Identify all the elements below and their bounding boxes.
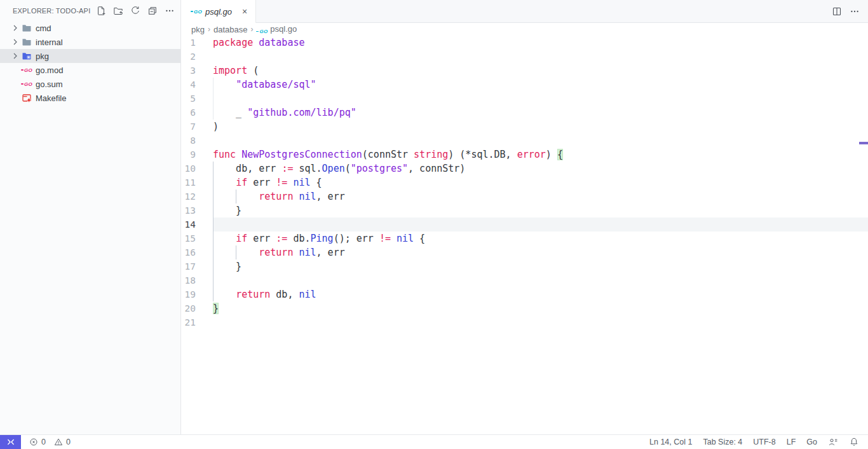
line-number[interactable]: 8: [181, 134, 213, 148]
code-line-10[interactable]: 10 db, err := sql.Open("postgres", connS…: [181, 162, 868, 176]
code-line-5[interactable]: 5: [181, 92, 868, 106]
code-line-14[interactable]: 14: [181, 218, 868, 231]
file-tree: cmdinternalpkgGOgo.modGOgo.sumMakefile: [0, 21, 180, 105]
feedback-icon[interactable]: [828, 437, 838, 447]
indent-guide: [236, 190, 236, 204]
eol-setting[interactable]: LF: [787, 438, 796, 446]
encoding[interactable]: UTF-8: [753, 438, 775, 446]
tree-item-makefile[interactable]: Makefile: [0, 91, 180, 105]
line-number[interactable]: 9: [181, 148, 213, 162]
line-number[interactable]: 18: [181, 273, 213, 287]
code-line-7[interactable]: 7): [181, 120, 868, 134]
code-line-8[interactable]: 8: [181, 134, 868, 148]
split-editor-icon[interactable]: [831, 6, 843, 17]
code-line-6[interactable]: 6 _ "github.com/lib/pq": [181, 106, 868, 120]
code-token: func: [213, 149, 236, 160]
code-line-3[interactable]: 3import (: [181, 64, 868, 78]
code-line-13[interactable]: 13 }: [181, 204, 868, 218]
code-token: return: [236, 289, 270, 300]
line-number[interactable]: 2: [181, 50, 213, 64]
line-number[interactable]: 21: [181, 315, 213, 329]
indent-guide: [213, 218, 214, 231]
language-mode[interactable]: Go: [806, 438, 817, 446]
line-number[interactable]: 4: [181, 78, 213, 92]
code-line-21[interactable]: 21: [181, 315, 868, 329]
line-number[interactable]: 14: [181, 218, 213, 231]
chevron-right-icon: [10, 37, 20, 47]
code-token: [391, 233, 397, 244]
cursor-position[interactable]: Ln 14, Col 1: [649, 438, 692, 446]
code-line-4[interactable]: 4 "database/sql": [181, 78, 868, 92]
code-editor[interactable]: 1package database23import (4 "database/s…: [181, 36, 868, 434]
line-number[interactable]: 17: [181, 259, 213, 273]
indent-guide: [213, 231, 214, 245]
line-number[interactable]: 7: [181, 120, 213, 134]
tab-psql-go[interactable]: GO psql.go ×: [181, 0, 256, 23]
code-line-content: [213, 273, 868, 287]
code-token: !=: [276, 177, 287, 188]
line-number[interactable]: 13: [181, 204, 213, 218]
tree-item-pkg[interactable]: pkg: [0, 49, 180, 63]
line-number[interactable]: 15: [181, 231, 213, 245]
code-line-17[interactable]: 17 }: [181, 259, 868, 273]
more-actions-icon[interactable]: [849, 6, 860, 17]
code-line-content: [213, 92, 868, 106]
code-token: nil: [299, 289, 316, 300]
line-number[interactable]: 20: [181, 301, 213, 315]
tab-bar: GO psql.go ×: [181, 0, 868, 23]
indent-setting[interactable]: Tab Size: 4: [703, 438, 742, 446]
explorer-actions: [95, 5, 175, 17]
line-number[interactable]: 1: [181, 36, 213, 50]
code-line-15[interactable]: 15 if err := db.Ping(); err != nil {: [181, 231, 868, 245]
code-line-16[interactable]: 16 return nil, err: [181, 245, 868, 259]
code-token: sql.: [293, 163, 322, 174]
breadcrumb-item-database[interactable]: database: [214, 25, 248, 34]
code-line-content: [213, 50, 868, 64]
folder-pkg-icon: [22, 51, 32, 61]
breadcrumb-item-psql-go[interactable]: GOpsql.go: [256, 24, 297, 34]
line-number[interactable]: 16: [181, 245, 213, 259]
tree-item-go-mod[interactable]: GOgo.mod: [0, 63, 180, 77]
code-line-content: func NewPostgresConnection(connStr strin…: [213, 148, 868, 162]
code-line-1[interactable]: 1package database: [181, 36, 868, 50]
code-line-content: [213, 134, 868, 148]
bell-icon[interactable]: [849, 437, 859, 447]
indent-guide: [213, 162, 214, 176]
code-line-content: return nil, err: [213, 190, 868, 204]
breadcrumb-item-pkg[interactable]: pkg: [191, 25, 205, 34]
tree-item-cmd[interactable]: cmd: [0, 21, 180, 35]
refresh-icon[interactable]: [130, 5, 141, 17]
code-token: [253, 37, 259, 48]
tab-close-icon[interactable]: ×: [239, 6, 250, 17]
line-number[interactable]: 5: [181, 92, 213, 106]
tree-item-internal[interactable]: internal: [0, 35, 180, 49]
code-line-12[interactable]: 12 return nil, err: [181, 190, 868, 204]
line-number[interactable]: 10: [181, 162, 213, 176]
remote-indicator[interactable]: [0, 435, 21, 449]
tree-item-go-sum[interactable]: GOgo.sum: [0, 77, 180, 91]
code-line-content: }: [213, 204, 868, 218]
new-file-icon[interactable]: [95, 5, 107, 17]
collapse-folders-icon[interactable]: [147, 5, 158, 17]
code-line-2[interactable]: 2: [181, 50, 868, 64]
breadcrumb: pkg›database›GOpsql.go: [181, 23, 868, 36]
code-line-content: _ "github.com/lib/pq": [213, 106, 868, 120]
line-number[interactable]: 11: [181, 176, 213, 190]
code-token: "database/sql": [236, 79, 316, 90]
more-icon[interactable]: [164, 5, 175, 17]
problems-status[interactable]: 0 0: [29, 437, 71, 447]
code-line-9[interactable]: 9func NewPostgresConnection(connStr stri…: [181, 148, 868, 162]
overview-ruler-mark: [859, 142, 868, 144]
line-number[interactable]: 6: [181, 106, 213, 120]
tree-item-label: go.sum: [36, 79, 63, 89]
line-number[interactable]: 19: [181, 287, 213, 301]
new-folder-icon[interactable]: [112, 5, 124, 17]
breadcrumb-separator: ›: [247, 25, 256, 34]
tree-item-label: go.mod: [36, 66, 63, 75]
code-line-20[interactable]: 20}: [181, 301, 868, 315]
line-number[interactable]: 3: [181, 64, 213, 78]
code-line-18[interactable]: 18: [181, 273, 868, 287]
line-number[interactable]: 12: [181, 190, 213, 204]
code-line-11[interactable]: 11 if err != nil {: [181, 176, 868, 190]
code-line-19[interactable]: 19 return db, nil: [181, 287, 868, 301]
